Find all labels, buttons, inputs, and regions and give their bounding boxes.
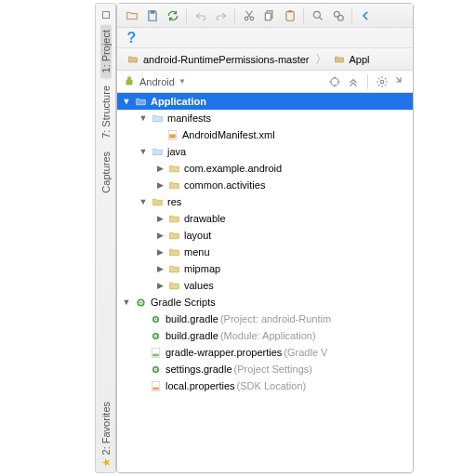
expand-arrow-icon[interactable]: ▶ xyxy=(154,214,165,223)
expand-arrow-icon[interactable]: ▼ xyxy=(121,298,132,307)
folder-icon xyxy=(167,279,180,292)
tree-node-properties-file[interactable]: gradle-wrapper.properties (Gradle V xyxy=(117,344,413,361)
chevron-right-icon: 〉 xyxy=(315,51,327,68)
res-folder-icon xyxy=(151,195,164,208)
expand-arrow-icon[interactable]: ▼ xyxy=(121,97,132,106)
sidebar-tab-structure[interactable]: 7: Structure xyxy=(100,80,112,144)
tree-label: gradle-wrapper.properties xyxy=(164,347,282,358)
sync-icon[interactable] xyxy=(164,7,181,24)
tree-node-app-root[interactable]: ▼ Application xyxy=(117,93,413,110)
expand-arrow-icon[interactable]: ▶ xyxy=(154,264,165,273)
save-icon[interactable] xyxy=(143,7,161,24)
redo-icon[interactable] xyxy=(212,7,230,24)
tree-node-res-folder[interactable]: ▶layout xyxy=(117,227,413,244)
folder-icon xyxy=(151,112,164,125)
gradle-file-icon xyxy=(149,329,162,342)
tree-node-gradle-file[interactable]: build.gradle (Project: android-Runtim xyxy=(117,311,413,327)
expand-arrow-icon[interactable]: ▶ xyxy=(154,164,165,173)
tree-node-properties-file[interactable]: local.properties (SDK Location) xyxy=(117,377,413,394)
tree-hint: (SDK Location) xyxy=(237,380,307,391)
tree-node-gradle-scripts[interactable]: ▼ Gradle Scripts xyxy=(117,294,413,311)
tree-label: res xyxy=(165,196,181,207)
replace-icon[interactable] xyxy=(329,7,347,24)
target-icon[interactable] xyxy=(328,75,341,88)
back-icon[interactable] xyxy=(357,7,375,24)
tree-node-java[interactable]: ▼ java xyxy=(117,143,413,160)
tree-label: menu xyxy=(182,246,210,258)
expand-arrow-icon[interactable]: ▼ xyxy=(138,147,149,156)
svg-point-11 xyxy=(127,76,132,81)
svg-rect-4 xyxy=(265,13,271,20)
expand-arrow-icon[interactable]: ▶ xyxy=(154,180,165,190)
tree-node-package[interactable]: ▶ common.activities xyxy=(117,177,413,193)
undo-icon[interactable] xyxy=(192,7,209,24)
tree-label: settings.gradle xyxy=(164,364,232,375)
folder-icon xyxy=(333,53,346,66)
tree-label: common.activities xyxy=(182,179,265,191)
project-view-header: Android ▼ xyxy=(117,71,413,93)
breadcrumb-label: Appl xyxy=(350,54,370,65)
folder-icon xyxy=(167,262,180,275)
tree-node-manifest-xml[interactable]: AndroidManifest.xml xyxy=(117,126,413,143)
cut-icon[interactable] xyxy=(240,7,258,24)
tree-label: layout xyxy=(182,230,211,241)
svg-point-9 xyxy=(337,15,343,20)
tree-label: Application xyxy=(149,96,206,107)
module-icon xyxy=(134,95,147,108)
expand-arrow-icon[interactable]: ▼ xyxy=(138,197,149,206)
tree-label: build.gradle xyxy=(164,330,218,341)
sidebar-tab-captures[interactable]: Captures xyxy=(100,146,112,199)
project-tree[interactable]: ▼ Application ▼ manifests AndroidManifes… xyxy=(117,93,413,450)
tree-node-res-folder[interactable]: ▶menu xyxy=(117,244,413,260)
breadcrumb-segment-module[interactable]: Appl xyxy=(329,53,374,66)
expand-arrow-icon[interactable]: ▼ xyxy=(138,113,149,123)
svg-point-19 xyxy=(139,301,141,303)
sidebar-tab-project[interactable]: 1: Project xyxy=(100,24,112,78)
tool-window-bar-left: 1: Project 7: Structure Captures 2: Favo… xyxy=(95,3,116,473)
svg-point-13 xyxy=(130,77,131,78)
find-icon[interactable] xyxy=(309,7,326,24)
sidebar-tab-favorites[interactable]: 2: Favorites xyxy=(100,396,112,472)
hide-icon[interactable] xyxy=(394,75,407,88)
tree-node-gradle-file[interactable]: settings.gradle (Project Settings) xyxy=(117,361,413,377)
tree-label: mipmap xyxy=(182,263,220,274)
svg-point-7 xyxy=(313,11,320,18)
collapse-all-icon[interactable] xyxy=(347,75,360,88)
folder-icon xyxy=(126,53,139,66)
chevron-down-icon: ▼ xyxy=(178,77,186,86)
tree-node-res-folder[interactable]: ▶drawable xyxy=(117,210,413,227)
project-view-selector[interactable]: Android ▼ xyxy=(123,75,323,88)
tree-label: java xyxy=(165,146,186,157)
svg-point-23 xyxy=(154,335,156,337)
copy-icon[interactable] xyxy=(260,7,278,24)
paste-icon[interactable] xyxy=(281,7,298,24)
svg-rect-25 xyxy=(152,353,159,356)
breadcrumb-label: android-RuntimePermissions-master xyxy=(143,54,310,65)
tree-label: drawable xyxy=(182,213,226,224)
tree-node-manifests[interactable]: ▼ manifests xyxy=(117,110,413,126)
properties-file-icon xyxy=(149,346,162,359)
package-icon xyxy=(167,162,180,175)
tree-hint: (Project: android-Runtim xyxy=(220,313,331,324)
expand-arrow-icon[interactable]: ▶ xyxy=(154,247,165,257)
expand-arrow-icon[interactable]: ▶ xyxy=(154,231,165,240)
settings-gear-icon[interactable] xyxy=(376,75,389,88)
tree-label: values xyxy=(182,280,214,291)
help-icon[interactable]: ? xyxy=(123,29,140,46)
main-toolbar xyxy=(117,4,413,28)
tree-label: manifests xyxy=(165,112,211,124)
folder-icon xyxy=(151,145,164,158)
breadcrumb-segment-root[interactable]: android-RuntimePermissions-master xyxy=(123,53,313,66)
folder-icon xyxy=(167,229,180,242)
svg-point-27 xyxy=(154,368,156,370)
expand-arrow-icon[interactable]: ▶ xyxy=(154,281,165,290)
help-row: ? xyxy=(117,28,413,48)
tree-hint: (Gradle V xyxy=(284,347,327,358)
open-icon[interactable] xyxy=(123,7,140,24)
tree-node-package[interactable]: ▶ com.example.android xyxy=(117,160,413,177)
minimize-icon[interactable] xyxy=(102,11,110,19)
tree-node-gradle-file[interactable]: build.gradle (Module: Application) xyxy=(117,327,413,344)
tree-node-res-folder[interactable]: ▶values xyxy=(117,277,413,294)
tree-node-res-folder[interactable]: ▶mipmap xyxy=(117,260,413,277)
tree-node-res[interactable]: ▼ res xyxy=(117,193,413,210)
